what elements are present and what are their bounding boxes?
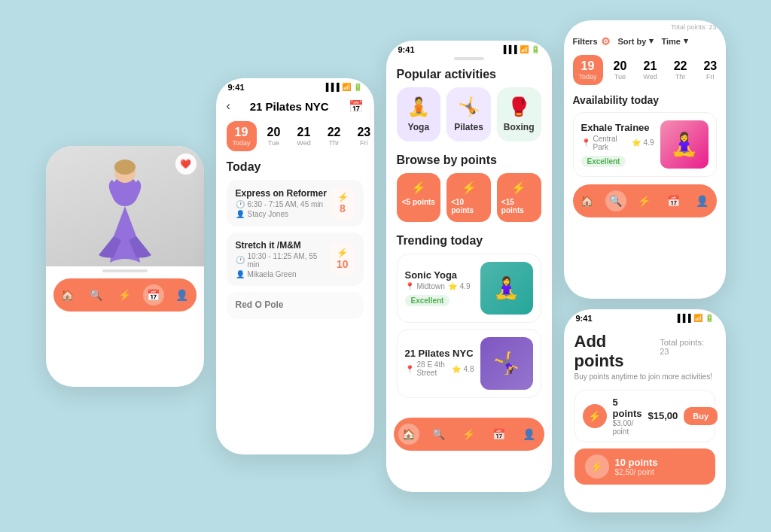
- avail-info: Exhale Trainee 📍 Central Park ⭐ 4.9 Exce…: [581, 122, 654, 167]
- class-time-2: 🕐 10:30 - 11:25 AM, 55 min: [236, 252, 331, 269]
- hero-image: ❤️: [46, 146, 204, 266]
- class-info-3: Red O Pole: [236, 299, 284, 312]
- date-label-tue: Tue: [268, 139, 279, 147]
- svg-point-2: [114, 160, 136, 175]
- trending-meta-1: 📍 Midtown ⭐ 4.9: [405, 282, 474, 290]
- nav-calendar-icon-c[interactable]: 📅: [489, 424, 510, 445]
- points-option-10[interactable]: ⚡ 10 points $2,50/ point: [574, 448, 715, 485]
- sortby-button[interactable]: Sort by ▾: [618, 36, 654, 46]
- status-time-3: 9:41: [398, 45, 415, 54]
- class-card-1[interactable]: Express on Reformer 🕐 6:30 - 7:15 AM, 45…: [227, 180, 364, 226]
- points-15-label: <15 points: [501, 198, 537, 214]
- class-info-1: Express on Reformer 🕐 6:30 - 7:15 AM, 45…: [236, 188, 327, 218]
- yoga-icon: 🧘: [407, 96, 430, 117]
- bottom-nav-4: 🏠 🔍 ⚡ 📅 👤: [573, 184, 717, 217]
- trending-name-1: Sonic Yoga: [405, 269, 474, 281]
- nav-search-icon[interactable]: 🔍: [86, 284, 107, 306]
- nav-calendar-4[interactable]: 📅: [663, 190, 684, 211]
- points-10[interactable]: ⚡ <10 points: [446, 173, 491, 222]
- date-num-wed: 21: [297, 126, 311, 139]
- bottom-navigation: 🏠 🔍 ⚡ 📅 👤: [53, 278, 197, 312]
- nav-lightning-icon-c[interactable]: ⚡: [459, 424, 480, 445]
- trending-name-2: 21 Pilates NYC: [405, 348, 474, 359]
- date-fri-4[interactable]: 23 Fri: [697, 55, 723, 85]
- date-fri[interactable]: 23 Fri: [351, 121, 373, 151]
- trending-card-1[interactable]: Sonic Yoga 📍 Midtown ⭐ 4.9 Excellent 🧘‍♀…: [397, 254, 541, 323]
- points-badge-2: ⚡ 10: [331, 243, 355, 275]
- nav-home-icon[interactable]: 🏠: [57, 284, 78, 306]
- activity-pilates[interactable]: 🤸 Pilates: [446, 87, 491, 141]
- points-num-2: 10: [337, 258, 349, 270]
- lightning-10: ⚡: [462, 181, 477, 195]
- nav-profile-icon[interactable]: 👤: [172, 284, 193, 306]
- points-5-label: <5 points: [402, 198, 435, 206]
- phone-activities: 9:41 ▐▐▐📶🔋 Popular activities 🧘 Yoga 🤸 P…: [386, 41, 552, 492]
- phone-title: 21 Pilates NYC: [230, 100, 349, 113]
- status-time: 9:41: [228, 83, 245, 92]
- activity-boxing[interactable]: 🥊 Boxing: [497, 87, 541, 141]
- nav-lightning-4[interactable]: ⚡: [634, 190, 655, 211]
- total-points-badge: Total points: 23: [660, 338, 715, 356]
- status-bar-3: 9:41 ▐▐▐📶🔋: [386, 41, 552, 56]
- date-tue-4[interactable]: 20 Tue: [608, 55, 633, 85]
- nav-calendar-icon[interactable]: 📅: [143, 284, 164, 306]
- date-wed-4[interactable]: 21 Wed: [637, 55, 663, 85]
- add-points-subtitle: Buy points anytime to join more activiti…: [574, 372, 715, 381]
- class-name-2: Stretch it /M&M: [236, 240, 331, 251]
- time-chevron: ▾: [684, 36, 688, 46]
- date-label-thr: Thr: [329, 139, 340, 147]
- nav-profile-4[interactable]: 👤: [691, 190, 712, 211]
- date-today-4[interactable]: 19 Today: [573, 55, 603, 85]
- nav-search-icon-c[interactable]: 🔍: [428, 424, 449, 445]
- option-price-5: $3,00/ point: [613, 419, 642, 436]
- class-card-2[interactable]: Stretch it /M&M 🕐 10:30 - 11:25 AM, 55 m…: [227, 233, 364, 286]
- date-today[interactable]: 19 Today: [227, 121, 257, 151]
- calendar-icon[interactable]: 📅: [349, 99, 364, 114]
- nav-profile-icon-c[interactable]: 👤: [519, 424, 540, 445]
- time-button[interactable]: Time ▾: [661, 36, 687, 46]
- avail-name: Exhale Trainee: [581, 122, 654, 133]
- pilates-label: Pilates: [454, 122, 483, 132]
- class-card-3[interactable]: Red O Pole: [227, 292, 364, 319]
- nav-home-icon-c[interactable]: 🏠: [398, 424, 419, 445]
- date-label-fri: Fri: [360, 139, 368, 147]
- avail-excellent-badge: Excellent: [581, 156, 626, 167]
- points-15[interactable]: ⚡ <15 points: [497, 173, 541, 222]
- bottom-nav-center: 🏠 🔍 ⚡ 📅 👤: [394, 418, 544, 451]
- points-num-1: 8: [340, 202, 346, 214]
- nav-home-4[interactable]: 🏠: [577, 190, 598, 211]
- pilates-icon: 🤸: [458, 96, 480, 117]
- date-thr[interactable]: 22 Thr: [322, 121, 347, 151]
- favorite-button[interactable]: ❤️: [175, 154, 197, 175]
- points-10-label: <10 points: [451, 198, 486, 214]
- option-price-10: $2,50/ point: [615, 468, 705, 476]
- option-lightning-5: ⚡: [583, 404, 607, 428]
- date-tue[interactable]: 20 Tue: [261, 121, 287, 151]
- points-5[interactable]: ⚡ <5 points: [397, 173, 441, 222]
- date-thr-4[interactable]: 22 Thr: [668, 55, 693, 85]
- nav-search-4[interactable]: 🔍: [605, 190, 626, 211]
- nav-row: ‹ 21 Pilates NYC 📅: [227, 99, 364, 114]
- points-badge-1: ⚡ 8: [331, 187, 355, 219]
- availability-section-title: Availability today: [573, 94, 717, 106]
- class-instructor-1: 👤 Stacy Jones: [236, 210, 327, 218]
- lightning-icon-1: ⚡: [337, 192, 349, 202]
- status-bar: 9:41 ▐▐▐📶🔋: [216, 78, 374, 93]
- date-wed[interactable]: 21 Wed: [291, 121, 316, 151]
- trending-card-2[interactable]: 21 Pilates NYC 📍 28 E 4th Street ⭐ 4.8 🤸…: [397, 329, 541, 398]
- trending-section-title: Trending today: [397, 234, 541, 248]
- excellent-badge-1: Excellent: [405, 295, 450, 306]
- nav-lightning-icon[interactable]: ⚡: [114, 284, 136, 306]
- trending-thumb-1: 🧘‍♀️: [480, 262, 533, 315]
- filters-button[interactable]: Filters ⚙: [573, 35, 611, 47]
- avail-card[interactable]: Exhale Trainee 📍 Central Park ⭐ 4.9 Exce…: [573, 112, 717, 177]
- points-browse-row: ⚡ <5 points ⚡ <10 points ⚡ <15 points: [397, 173, 541, 222]
- buy-button-5[interactable]: Buy: [684, 407, 718, 425]
- points-option-5[interactable]: ⚡ 5 points $3,00/ point $15,00 Buy: [574, 390, 715, 442]
- status-bar-5: 9:41 ▐▐▐📶🔋: [564, 309, 726, 324]
- activity-yoga[interactable]: 🧘 Yoga: [397, 87, 441, 141]
- popular-section-title: Popular activities: [397, 68, 541, 81]
- phone-hero: ❤️ 🏠 🔍 ⚡ 📅 👤: [46, 146, 204, 387]
- option-total-5: $15,00: [648, 410, 678, 421]
- filter-row: Filters ⚙ Sort by ▾ Time ▾: [573, 35, 717, 47]
